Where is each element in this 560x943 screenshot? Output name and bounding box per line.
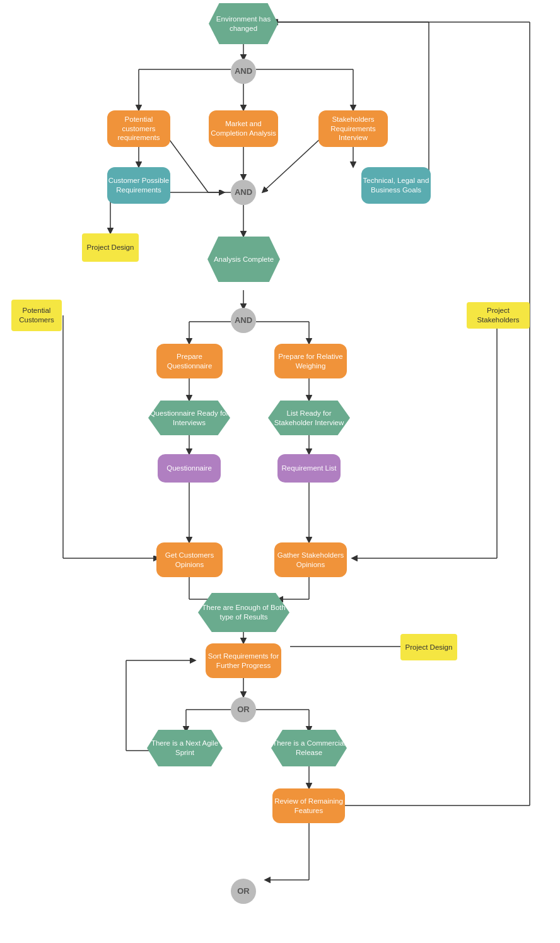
or2-label: OR [237, 886, 250, 897]
customer-possible-node: Customer Possible Requirements [107, 167, 170, 204]
prepare-weighing-label: Prepare for Relative Weighing [274, 352, 347, 371]
market-analysis-node: Market and Completion Analysis [209, 110, 278, 147]
analysis-complete-label: Analysis Complete [214, 255, 274, 264]
questionnaire-ready-node: Questionnaire Ready for Interviews [148, 401, 230, 435]
project-design-bottom-label: Project Design [405, 643, 453, 652]
potential-cust-req-label: Potential customers requirements [107, 115, 170, 143]
environment-label: Environment has changed [209, 15, 278, 33]
enough-results-label: There are Enough of Both type of Results [198, 603, 289, 622]
project-stakeholders-note: Project Stakeholders [467, 302, 530, 329]
prepare-questionnaire-node: Prepare Questionnaire [156, 344, 223, 378]
analysis-complete-node: Analysis Complete [207, 237, 280, 282]
gather-stakeholders-label: Gather Stakeholders Opinions [274, 551, 347, 570]
and3-label: AND [235, 315, 252, 326]
gather-stakeholders-node: Gather Stakeholders Opinions [274, 542, 347, 577]
commercial-release-node: There is a Commercial Release [271, 730, 347, 766]
commercial-release-label: There is a Commercial Release [271, 739, 347, 758]
or2-node: OR [231, 879, 256, 904]
potential-customers-note-label: Potential Customers [11, 306, 62, 325]
next-agile-label: There is a Next Agile Sprint [147, 739, 223, 758]
enough-results-node: There are Enough of Both type of Results [198, 593, 289, 632]
potential-cust-req-node: Potential customers requirements [107, 110, 170, 147]
project-stakeholders-label: Project Stakeholders [467, 306, 530, 325]
requirement-list-node: Requirement List [277, 454, 341, 483]
requirement-list-label: Requirement List [282, 464, 337, 473]
market-analysis-label: Market and Completion Analysis [209, 119, 278, 138]
questionnaire-ready-label: Questionnaire Ready for Interviews [148, 409, 230, 428]
and1-label: AND [235, 66, 252, 77]
tech-legal-label: Technical, Legal and Business Goals [361, 176, 431, 195]
flowchart: Environment has changed AND Potential cu… [0, 0, 560, 943]
and1-node: AND [231, 59, 256, 84]
questionnaire-artifact-label: Questionnaire [166, 464, 212, 473]
project-design-top-node: Project Design [82, 233, 139, 262]
project-design-top-label: Project Design [87, 243, 134, 252]
project-design-bottom-node: Project Design [400, 634, 457, 660]
prepare-questionnaire-label: Prepare Questionnaire [156, 352, 223, 371]
and2-node: AND [231, 180, 256, 205]
potential-customers-note: Potential Customers [11, 300, 62, 331]
questionnaire-artifact-node: Questionnaire [158, 454, 221, 483]
sort-requirements-label: Sort Requirements for Further Progress [206, 652, 281, 671]
list-ready-label: List Ready for Stakeholder Interview [268, 409, 350, 428]
review-features-label: Review of Remaining Features [272, 797, 345, 816]
customer-possible-label: Customer Possible Requirements [107, 176, 170, 195]
stakeholders-req-label: Stakeholders Requirements Interview [318, 115, 388, 143]
get-customers-node: Get Customers Opinions [156, 542, 223, 577]
and2-label: AND [235, 187, 252, 198]
review-features-node: Review of Remaining Features [272, 788, 345, 823]
list-ready-node: List Ready for Stakeholder Interview [268, 401, 350, 435]
stakeholders-req-node: Stakeholders Requirements Interview [318, 110, 388, 147]
environment-node: Environment has changed [209, 3, 278, 44]
get-customers-label: Get Customers Opinions [156, 551, 223, 570]
or1-node: OR [231, 697, 256, 722]
or1-label: OR [237, 705, 250, 715]
sort-requirements-node: Sort Requirements for Further Progress [206, 643, 281, 678]
prepare-weighing-node: Prepare for Relative Weighing [274, 344, 347, 378]
tech-legal-node: Technical, Legal and Business Goals [361, 167, 431, 204]
next-agile-node: There is a Next Agile Sprint [147, 730, 223, 766]
and3-node: AND [231, 308, 256, 333]
